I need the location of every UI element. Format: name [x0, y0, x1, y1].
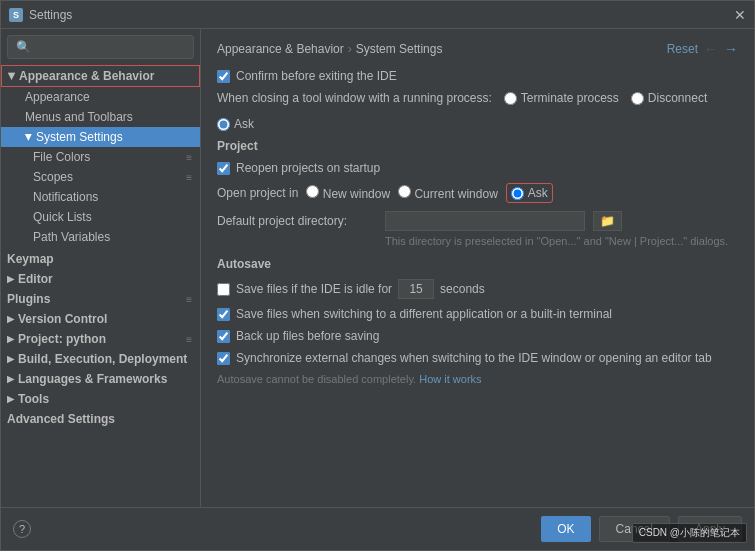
- autosave-switch-checkbox[interactable]: [217, 308, 230, 321]
- dir-hint: This directory is preselected in "Open..…: [385, 235, 738, 247]
- sidebar-label: Project: python: [18, 332, 106, 346]
- sidebar-item-build-execution[interactable]: ▶ Build, Execution, Deployment: [1, 349, 200, 369]
- sidebar-item-path-variables[interactable]: Path Variables: [1, 227, 200, 247]
- confirm-exit-row: Confirm before exiting the IDE: [217, 69, 738, 83]
- radio-current-window-input[interactable]: [398, 185, 411, 198]
- breadcrumb: Appearance & Behavior › System Settings …: [217, 41, 738, 57]
- sidebar-item-file-colors[interactable]: File Colors ≡: [1, 147, 200, 167]
- default-dir-label: Default project directory:: [217, 214, 377, 228]
- reopen-projects-checkbox[interactable]: [217, 162, 230, 175]
- confirm-exit-label: Confirm before exiting the IDE: [236, 69, 397, 83]
- radio-ask-close[interactable]: Ask: [217, 117, 254, 131]
- sidebar-label: Keymap: [7, 252, 54, 266]
- autosave-sync-label: Synchronize external changes when switch…: [236, 351, 712, 365]
- collapse-icon: ▶: [7, 314, 14, 324]
- radio-ask-highlight[interactable]: Ask: [506, 183, 553, 203]
- idle-seconds-input[interactable]: [398, 279, 434, 299]
- sidebar-item-scopes[interactable]: Scopes ≡: [1, 167, 200, 187]
- autosave-switch-label: Save files when switching to a different…: [236, 307, 612, 321]
- autosave-backup-checkbox[interactable]: [217, 330, 230, 343]
- collapse-icon: ▶: [7, 374, 14, 384]
- sidebar-label: Appearance & Behavior: [19, 69, 154, 83]
- breadcrumb-separator: ›: [348, 42, 352, 56]
- autosave-idle-suffix: seconds: [440, 282, 485, 296]
- content-area: ▶ Appearance & Behavior Appearance Menus…: [1, 29, 754, 507]
- radio-terminate[interactable]: Terminate process: [504, 91, 619, 105]
- sidebar-item-plugins[interactable]: Plugins ≡: [1, 289, 200, 309]
- expand-icon: ▶: [7, 73, 17, 80]
- sidebar-label: Version Control: [18, 312, 107, 326]
- open-project-row: Open project in New window Current windo…: [217, 183, 738, 203]
- sidebar-item-version-control[interactable]: ▶ Version Control: [1, 309, 200, 329]
- sidebar-item-project-python[interactable]: ▶ Project: python ≡: [1, 329, 200, 349]
- sidebar-item-system-settings[interactable]: ▶ System Settings: [1, 127, 200, 147]
- nav-back-icon[interactable]: ←: [704, 41, 718, 57]
- breadcrumb-part2: System Settings: [356, 42, 443, 56]
- badge: ≡: [186, 334, 192, 345]
- sidebar-label: File Colors: [33, 150, 90, 164]
- radio-new-window-input[interactable]: [306, 185, 319, 198]
- radio-terminate-input[interactable]: [504, 92, 517, 105]
- sidebar-label: Path Variables: [33, 230, 110, 244]
- expand-icon: ▶: [24, 134, 34, 141]
- nav-forward-icon[interactable]: →: [724, 41, 738, 57]
- radio-ask-project-input[interactable]: [511, 187, 524, 200]
- sidebar-item-appearance-behavior[interactable]: ▶ Appearance & Behavior: [1, 65, 200, 87]
- sidebar-item-notifications[interactable]: Notifications: [1, 187, 200, 207]
- default-dir-input[interactable]: [385, 211, 585, 231]
- sidebar-label: Appearance: [25, 90, 90, 104]
- badge: ≡: [186, 152, 192, 163]
- radio-ask-close-input[interactable]: [217, 118, 230, 131]
- closing-tool-window-row: When closing a tool window with a runnin…: [217, 91, 738, 131]
- autosave-idle-checkbox[interactable]: [217, 283, 230, 296]
- project-section-title: Project: [217, 139, 738, 153]
- reopen-projects-label: Reopen projects on startup: [236, 161, 380, 175]
- sidebar-item-keymap[interactable]: Keymap: [1, 249, 200, 269]
- radio-disconnect-input[interactable]: [631, 92, 644, 105]
- autosave-section-title: Autosave: [217, 257, 738, 271]
- settings-window: S Settings ✕ ▶ Appearance & Behavior App…: [0, 0, 755, 551]
- sidebar-label: Tools: [18, 392, 49, 406]
- app-icon: S: [9, 8, 23, 22]
- ok-button[interactable]: OK: [541, 516, 590, 542]
- sidebar-label: Languages & Frameworks: [18, 372, 167, 386]
- dir-browse-button[interactable]: 📁: [593, 211, 622, 231]
- collapse-icon: ▶: [7, 354, 14, 364]
- autosave-backup-row: Back up files before saving: [217, 329, 738, 343]
- sidebar-label: Advanced Settings: [7, 412, 115, 426]
- sidebar-item-languages-frameworks[interactable]: ▶ Languages & Frameworks: [1, 369, 200, 389]
- sidebar-item-appearance[interactable]: Appearance: [1, 87, 200, 107]
- collapse-icon: ▶: [7, 334, 14, 344]
- how-it-works-link[interactable]: How it works: [419, 373, 481, 385]
- sidebar-item-advanced-settings[interactable]: Advanced Settings: [1, 409, 200, 429]
- title-bar-left: S Settings: [9, 8, 72, 22]
- reopen-projects-row: Reopen projects on startup: [217, 161, 738, 175]
- closing-tool-label: When closing a tool window with a runnin…: [217, 91, 492, 105]
- sidebar-label: Editor: [18, 272, 53, 286]
- sidebar-item-tools[interactable]: ▶ Tools: [1, 389, 200, 409]
- radio-disconnect[interactable]: Disconnect: [631, 91, 707, 105]
- sidebar-label: System Settings: [36, 130, 123, 144]
- radio-current-window[interactable]: Current window: [398, 185, 498, 201]
- title-bar: S Settings ✕: [1, 1, 754, 29]
- autosave-sync-checkbox[interactable]: [217, 352, 230, 365]
- sidebar-item-menus-toolbars[interactable]: Menus and Toolbars: [1, 107, 200, 127]
- collapse-icon: ▶: [7, 394, 14, 404]
- search-input[interactable]: [7, 35, 194, 59]
- badge: ≡: [186, 294, 192, 305]
- sidebar-item-editor[interactable]: ▶ Editor: [1, 269, 200, 289]
- badge: ≡: [186, 172, 192, 183]
- close-icon[interactable]: ✕: [734, 7, 746, 23]
- radio-new-window[interactable]: New window: [306, 185, 390, 201]
- sidebar-label: Scopes: [33, 170, 73, 184]
- help-button[interactable]: ?: [13, 520, 31, 538]
- autosave-sync-row: Synchronize external changes when switch…: [217, 351, 738, 365]
- open-project-label: Open project in: [217, 186, 298, 200]
- breadcrumb-part1: Appearance & Behavior: [217, 42, 344, 56]
- sidebar-label: Quick Lists: [33, 210, 92, 224]
- sidebar-item-quick-lists[interactable]: Quick Lists: [1, 207, 200, 227]
- watermark: CSDN @小陈的笔记本: [632, 523, 747, 543]
- sidebar-label: Build, Execution, Deployment: [18, 352, 187, 366]
- confirm-exit-checkbox[interactable]: [217, 70, 230, 83]
- reset-button[interactable]: Reset: [667, 42, 698, 56]
